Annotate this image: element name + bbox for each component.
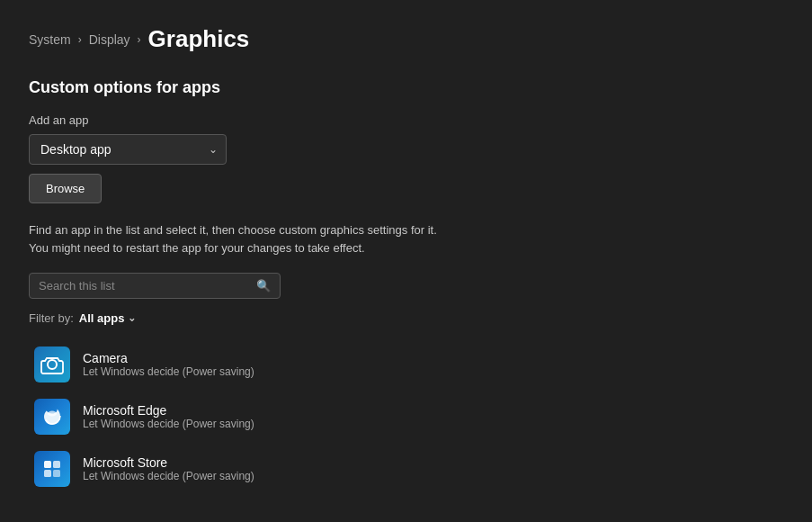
app-status: Let Windows decide (Power saving)	[83, 470, 254, 482]
svg-point-0	[48, 360, 57, 369]
list-item[interactable]: Camera Let Windows decide (Power saving)	[29, 339, 783, 390]
browse-button[interactable]: Browse	[29, 174, 102, 203]
app-type-dropdown[interactable]: Desktop app Microsoft Store app	[29, 134, 227, 165]
app-icon-edge	[34, 399, 70, 435]
app-name: Microsoft Edge	[83, 403, 254, 418]
svg-point-1	[48, 411, 57, 417]
breadcrumb-separator-1: ›	[78, 33, 82, 46]
app-info-camera: Camera Let Windows decide (Power saving)	[83, 351, 254, 378]
filter-label: Filter by:	[29, 311, 74, 325]
breadcrumb-system[interactable]: System	[29, 32, 71, 47]
list-item[interactable]: Microsoft Edge Let Windows decide (Power…	[29, 392, 783, 442]
add-app-label: Add an app	[29, 113, 783, 127]
app-info-store: Microsoft Store Let Windows decide (Powe…	[83, 455, 254, 482]
filter-value-text: All apps	[79, 311, 125, 325]
svg-rect-5	[53, 470, 60, 477]
filter-value-dropdown[interactable]: All apps ⌄	[79, 311, 137, 325]
app-status: Let Windows decide (Power saving)	[83, 418, 254, 430]
filter-bar: Filter by: All apps ⌄	[29, 311, 783, 325]
app-name: Microsoft Store	[83, 455, 254, 470]
chevron-down-icon: ⌄	[128, 312, 136, 324]
search-container: 🔍	[29, 273, 281, 299]
page-title: Graphics	[148, 25, 250, 53]
svg-rect-3	[53, 461, 60, 468]
main-container: System › Display › Graphics Custom optio…	[0, 0, 812, 519]
breadcrumb-separator-2: ›	[138, 33, 141, 46]
app-status: Let Windows decide (Power saving)	[83, 365, 254, 378]
list-item[interactable]: Microsoft Store Let Windows decide (Powe…	[29, 444, 783, 494]
breadcrumb-display[interactable]: Display	[89, 32, 130, 47]
app-name: Camera	[83, 351, 254, 365]
app-type-dropdown-container: Desktop app Microsoft Store app ⌄	[29, 134, 227, 165]
app-list: Camera Let Windows decide (Power saving)…	[29, 339, 783, 494]
description-text: Find an app in the list and select it, t…	[29, 221, 442, 256]
search-input[interactable]	[39, 279, 253, 292]
dropdown-wrapper: Desktop app Microsoft Store app ⌄	[29, 134, 783, 165]
svg-rect-2	[44, 461, 51, 468]
app-info-edge: Microsoft Edge Let Windows decide (Power…	[83, 403, 254, 430]
app-icon-camera	[34, 346, 70, 382]
breadcrumb: System › Display › Graphics	[29, 25, 783, 53]
search-icon: 🔍	[256, 279, 271, 292]
app-icon-store	[34, 451, 70, 487]
svg-rect-4	[44, 470, 51, 477]
section-title: Custom options for apps	[29, 78, 783, 97]
